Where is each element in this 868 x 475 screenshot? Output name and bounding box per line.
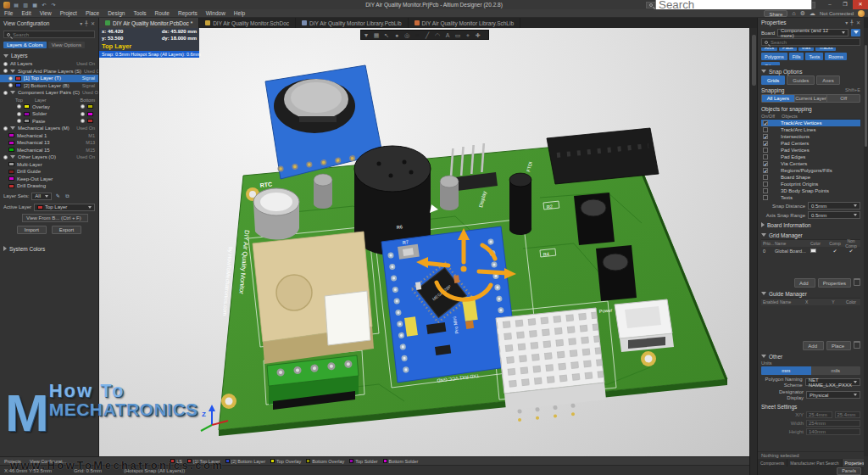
board-information-header[interactable]: Board Information — [761, 221, 860, 229]
layer-row-all-layers[interactable]: All LayersUsed On — [0, 60, 98, 68]
tab-schdoc[interactable]: DIY Air Quality Monitor.SchDoc — [199, 18, 296, 28]
layer-color-swatch[interactable] — [8, 184, 14, 188]
layer-color-swatch[interactable] — [8, 176, 14, 181]
checkbox[interactable] — [763, 175, 768, 180]
layer-sets-dropdown[interactable]: All — [31, 193, 52, 200]
usb-connector[interactable] — [615, 299, 674, 352]
menu-design[interactable]: Design — [103, 10, 129, 16]
snapping-current-layer[interactable]: Current Layer — [795, 95, 828, 102]
other-section-header[interactable]: Other — [761, 352, 860, 360]
snap-object-row[interactable]: Via Centers — [761, 160, 860, 167]
guide-manager-header[interactable]: Guide Manager — [761, 289, 860, 298]
menu-route[interactable]: Route — [151, 10, 174, 16]
layer-color-swatch[interactable] — [8, 170, 14, 174]
arc-icon[interactable]: ◠ — [432, 31, 442, 40]
export-button[interactable]: Export — [52, 226, 81, 234]
eye-icon[interactable] — [8, 83, 13, 87]
tab-manufacturer-part-search[interactable]: Manufacturer Part Search — [787, 459, 842, 467]
layer-color-swatch[interactable] — [15, 83, 21, 87]
snap-object-row[interactable]: Board Shape — [761, 174, 860, 181]
panels-button[interactable]: Panels — [837, 467, 861, 475]
checkbox[interactable] — [763, 127, 768, 132]
pad-icon[interactable]: ● — [392, 31, 402, 40]
gear-icon[interactable]: ⚙ — [800, 10, 805, 17]
checkbox[interactable] — [763, 168, 768, 173]
checkbox[interactable] — [763, 134, 768, 139]
layer-row-top-layer[interactable]: [1] Top Layer (T)Signal — [0, 75, 98, 82]
grid-icon[interactable]: ▦ — [371, 31, 381, 40]
menu-place[interactable]: Place — [81, 10, 103, 16]
female-header[interactable] — [547, 128, 659, 184]
measure-icon[interactable]: ✚ — [473, 31, 483, 40]
layer-row-multilayer[interactable]: Multi-Layer — [0, 161, 98, 169]
layer-chip-bottom-solder[interactable]: Bottom Solder — [383, 459, 419, 464]
pcb-3d-scene[interactable]: MEGA328P Pro Mini TXD RX1 VCC GND DTR — [99, 28, 749, 456]
snap-object-row[interactable]: Regions/Polygons/Fills — [761, 167, 860, 174]
layer-row-keepout[interactable]: Keep-Out Layer — [0, 176, 98, 183]
avatar[interactable] — [858, 10, 865, 17]
polygon-naming-dropdown[interactable]: NET NAME_LXX_PXXX — [805, 378, 860, 386]
layer-sets-edit-icon[interactable]: ✎ — [54, 193, 61, 199]
grid-add-button[interactable]: Add — [794, 278, 815, 288]
menu-reports[interactable]: Reports — [174, 10, 202, 16]
redo-icon[interactable]: ↷ — [50, 2, 57, 8]
pin-icon[interactable]: ╀ — [85, 20, 88, 26]
snap-object-row[interactable]: Pad Centers — [761, 140, 860, 147]
layer-color-swatch[interactable] — [15, 76, 21, 81]
snapping-off[interactable]: Off — [827, 95, 860, 102]
layer-row-drill-drawing[interactable]: Drill Drawing — [0, 182, 98, 190]
checkbox[interactable] — [763, 188, 768, 193]
text-icon[interactable]: A — [442, 31, 453, 40]
unit-mils[interactable]: mils — [811, 366, 861, 375]
snap-object-row[interactable]: Pad Edges — [761, 154, 860, 160]
tab-pcbdoc[interactable]: DIY Air Quality Monitor.PcbDoc * — [99, 18, 199, 28]
tab-properties[interactable]: Properties — [843, 459, 864, 467]
track-icon[interactable]: ╱ — [422, 31, 432, 40]
maximize-button[interactable]: ❐ — [837, 0, 853, 9]
minimize-button[interactable]: – — [822, 0, 837, 9]
eye-icon[interactable] — [81, 119, 85, 123]
guide-place-button[interactable]: Place — [826, 341, 851, 350]
snap-options-header[interactable]: Snap Options — [761, 67, 860, 75]
tab-layers-colors[interactable]: Layers & Colors — [3, 42, 47, 48]
layers-search[interactable] — [3, 31, 95, 38]
layer-chip-bottom-layer[interactable]: [2] Bottom Layer — [225, 459, 265, 464]
viewport-scrollbar[interactable] — [749, 28, 757, 475]
push-button-2[interactable] — [596, 245, 637, 301]
layer-chip-top-solder[interactable]: Top Solder — [349, 459, 377, 464]
pair-row-paste[interactable]: Paste — [0, 118, 98, 126]
pair-row-overlay[interactable]: Overlay — [0, 103, 98, 111]
connection-status[interactable]: Not Connected — [820, 11, 854, 16]
checkbox[interactable] — [763, 182, 768, 187]
open-icon[interactable]: ▥ — [22, 2, 29, 8]
snap-grids-button[interactable]: Grids — [761, 75, 785, 85]
snap-object-row[interactable]: Pad Vertices — [761, 147, 860, 154]
checkbox[interactable] — [763, 161, 768, 166]
snap-object-row[interactable]: Texts — [761, 194, 860, 201]
layer-chip-top-layer[interactable]: [1] Top Layer — [187, 459, 220, 464]
metal-can-sensor[interactable] — [253, 188, 299, 240]
eye-icon[interactable] — [3, 91, 8, 95]
via-icon[interactable]: ◎ — [402, 31, 412, 40]
home-icon[interactable]: ⌂ — [792, 10, 795, 17]
designator-display-dropdown[interactable]: Physical — [806, 391, 860, 399]
paste-top-swatch[interactable] — [24, 119, 30, 123]
layer-color-swatch[interactable] — [8, 148, 14, 152]
view-from-bottom-button[interactable]: View From B... (Ctrl + F) — [22, 214, 88, 222]
snap-axes-button[interactable]: Axes — [816, 75, 839, 85]
dimension-icon[interactable]: ⌖ — [463, 31, 473, 40]
layer-group-component-pairs[interactable]: Component Layer Pairs (C)Used On — [0, 89, 98, 97]
filter-scope-dropdown[interactable]: Components (and 12 more) — [777, 29, 849, 36]
overlay-bottom-swatch[interactable] — [87, 104, 93, 109]
solder-bottom-swatch[interactable] — [87, 112, 93, 116]
overlay-top-swatch[interactable] — [24, 104, 30, 109]
layer-row-bottom-layer[interactable]: [2] Bottom Layer (B)Signal — [0, 82, 98, 90]
close-panel-icon[interactable]: ✕ — [91, 20, 95, 26]
snap-object-row[interactable]: Footprint Origins — [761, 181, 860, 187]
filter-funnel-icon[interactable] — [851, 29, 860, 36]
snap-object-row[interactable]: 3D Body Snap Points — [761, 187, 860, 194]
projects-button[interactable]: Projects — [0, 459, 25, 464]
capacitor-small-2[interactable] — [440, 176, 459, 210]
checkbox[interactable] — [763, 154, 768, 159]
grid-row-global-board[interactable]: 0Global Board...✔✔ — [761, 247, 860, 254]
